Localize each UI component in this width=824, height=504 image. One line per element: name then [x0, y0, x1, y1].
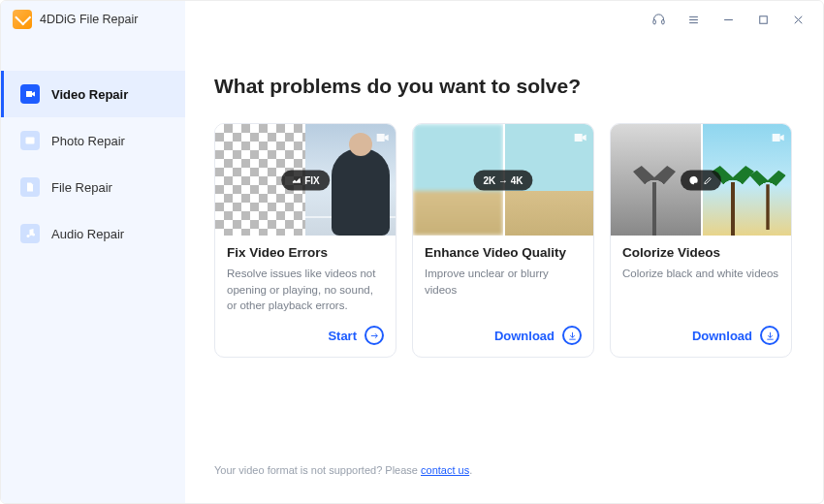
- card-thumbnail: FIX: [215, 124, 396, 236]
- maximize-button[interactable]: [749, 6, 776, 33]
- sidebar-item-label: Photo Repair: [51, 134, 125, 148]
- svg-point-13: [27, 235, 30, 237]
- sidebar-item-photo-repair[interactable]: Photo Repair: [1, 117, 185, 164]
- sidebar-item-audio-repair[interactable]: Audio Repair: [1, 210, 185, 257]
- sidebar-item-video-repair[interactable]: Video Repair: [1, 71, 185, 117]
- card-colorize-videos[interactable]: Colorize Videos Colorize black and white…: [610, 123, 792, 358]
- card-thumbnail: [611, 124, 791, 236]
- svg-point-14: [32, 234, 35, 236]
- card-title: Colorize Videos: [622, 245, 779, 260]
- support-icon[interactable]: [645, 6, 672, 33]
- footer-note: Your video format is not supported? Plea…: [214, 464, 472, 476]
- card-desc: Colorize black and white videos: [622, 266, 779, 282]
- card-grid: FIX Fix Video Errors Resolve issues like…: [214, 123, 794, 358]
- photo-icon: [20, 131, 40, 150]
- video-badge-icon: [374, 130, 390, 149]
- svg-rect-0: [652, 19, 655, 23]
- download-icon: [760, 326, 779, 345]
- video-badge-icon: [770, 130, 785, 149]
- card-thumbnail: 2K → 4K: [413, 124, 593, 236]
- card-fix-video-errors[interactable]: FIX Fix Video Errors Resolve issues like…: [214, 123, 396, 358]
- action-label: Download: [692, 329, 752, 343]
- file-icon: [20, 177, 40, 197]
- menu-icon[interactable]: [680, 6, 707, 33]
- card-title: Enhance Video Quality: [425, 245, 582, 260]
- sidebar: Video Repair Photo Repair File Repair Au…: [1, 38, 185, 503]
- card-enhance-video-quality[interactable]: 2K → 4K Enhance Video Quality Improve un…: [412, 123, 594, 358]
- badge-2k-4k: 2K → 4K: [473, 170, 532, 190]
- main-panel: What problems do you want to solve? FIX: [185, 38, 823, 503]
- arrow-right-icon: [364, 326, 384, 345]
- sidebar-item-file-repair[interactable]: File Repair: [1, 164, 185, 210]
- titlebar: 4DDiG File Repair: [1, 1, 823, 38]
- sidebar-item-label: Video Repair: [51, 87, 128, 102]
- card-action-start[interactable]: Start: [215, 318, 396, 357]
- minimize-button[interactable]: [714, 6, 742, 33]
- card-desc: Resolve issues like videos not opening o…: [227, 266, 384, 314]
- video-badge-icon: [572, 130, 587, 149]
- card-desc: Improve unclear or blurry videos: [425, 266, 582, 298]
- contact-us-link[interactable]: contact us: [421, 464, 469, 476]
- svg-point-10: [28, 140, 30, 142]
- page-title: What problems do you want to solve?: [214, 75, 794, 98]
- action-label: Start: [328, 329, 357, 343]
- action-label: Download: [494, 329, 555, 343]
- download-icon: [562, 326, 582, 345]
- svg-rect-6: [759, 16, 767, 23]
- app-icon: [13, 10, 32, 29]
- audio-icon: [20, 224, 40, 243]
- sidebar-item-label: Audio Repair: [51, 227, 124, 241]
- svg-rect-1: [661, 19, 664, 23]
- card-action-download[interactable]: Download: [413, 318, 593, 357]
- close-button[interactable]: [784, 6, 811, 33]
- badge-palette: [681, 170, 721, 190]
- video-icon: [20, 84, 40, 104]
- app-name: 4DDiG File Repair: [40, 13, 138, 26]
- badge-fix: FIX: [281, 170, 330, 190]
- sidebar-item-label: File Repair: [51, 180, 112, 195]
- card-title: Fix Video Errors: [227, 245, 384, 260]
- card-action-download[interactable]: Download: [611, 318, 791, 357]
